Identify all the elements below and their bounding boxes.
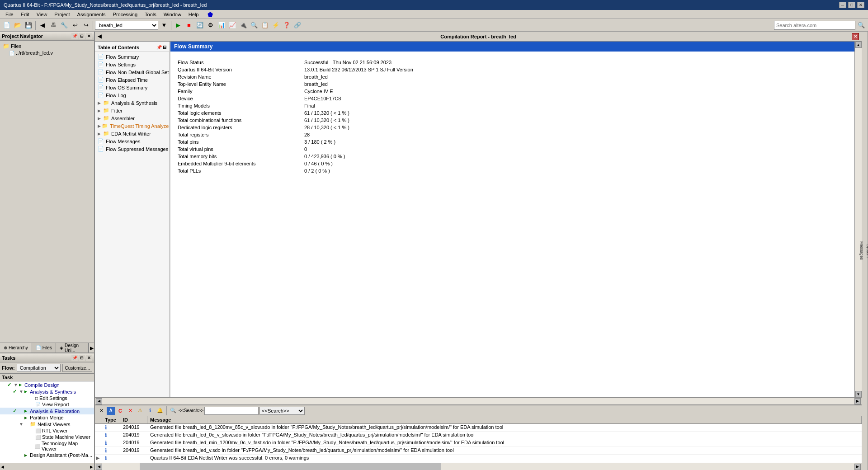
- msg-all-btn[interactable]: A: [107, 407, 115, 415]
- msg-info-btn[interactable]: ℹ: [146, 407, 155, 415]
- task-rtl-viewer[interactable]: ⬜ RTL Viewer: [0, 428, 94, 434]
- print-button[interactable]: 🖶: [48, 20, 58, 30]
- undo-button[interactable]: ↩: [70, 20, 80, 30]
- scroll-up-btn[interactable]: ▲: [855, 42, 862, 48]
- toc-analysis-synthesis[interactable]: ▶ 📁 Analysis & Synthesis: [95, 99, 169, 107]
- arrow-analysis[interactable]: ▶: [24, 390, 30, 394]
- message-row[interactable]: ℹ 204019 Generated file breath_led_8_120…: [95, 424, 862, 432]
- tasks-restore-icon[interactable]: ⊟: [79, 355, 85, 361]
- close-button[interactable]: ✕: [857, 2, 864, 8]
- toc-eda-netlist[interactable]: ▶ 📁 EDA Netlist Writer: [95, 130, 169, 137]
- maximize-button[interactable]: □: [848, 2, 855, 8]
- expand-analysis[interactable]: ▼: [19, 389, 24, 394]
- tab-hierarchy[interactable]: ⊕ Hierarchy: [0, 343, 32, 352]
- tab-design-units[interactable]: ◈ Design Uni...: [56, 343, 89, 352]
- customize-button[interactable]: Customize...: [62, 364, 92, 372]
- task-compile-design[interactable]: ✓ ▼ ▶ Compile Design: [0, 381, 94, 388]
- toc-flow-suppressed[interactable]: 📄 Flow Suppressed Messages: [95, 145, 169, 153]
- flow-select[interactable]: Compilation: [17, 364, 61, 372]
- toc-flow-summary[interactable]: 📄 Flow Summary: [95, 53, 169, 61]
- open-button[interactable]: 📂: [13, 20, 23, 30]
- tool1-btn[interactable]: 📊: [217, 20, 226, 30]
- arrow-design-assist[interactable]: ▶: [24, 453, 30, 457]
- menu-help[interactable]: Help: [185, 11, 203, 18]
- task-view-report[interactable]: 📄 View Report: [0, 401, 94, 408]
- settings-btn[interactable]: ⚙: [206, 20, 216, 30]
- tool8-btn[interactable]: 🔗: [292, 20, 302, 30]
- task-tech-map-viewer[interactable]: ⬜ Technology Map Viewer: [0, 440, 94, 452]
- task-analysis-elaboration[interactable]: ✓ ▶ Analysis & Elaboration: [0, 408, 94, 414]
- toc-flow-messages[interactable]: 📄 Flow Messages: [95, 137, 169, 145]
- redo-button[interactable]: ↪: [81, 20, 91, 30]
- message-row[interactable]: ℹ 204019 Generated file breath_led_0c_v_…: [95, 432, 862, 439]
- message-search-select[interactable]: <<Search>>: [259, 407, 305, 415]
- task-edit-settings[interactable]: □ Edit Settings: [0, 395, 94, 401]
- close-nav-icon[interactable]: ✕: [86, 33, 92, 39]
- report-close-button[interactable]: ✕: [852, 33, 859, 40]
- tasks-close-icon[interactable]: ✕: [86, 355, 92, 361]
- project-select[interactable]: breath_led: [95, 21, 158, 30]
- toc-expand-11[interactable]: ▶: [98, 132, 102, 136]
- msg-critical-btn[interactable]: C: [116, 407, 125, 415]
- search-input[interactable]: [774, 21, 855, 30]
- task-state-machine-viewer[interactable]: ⬜ State Machine Viewer: [0, 434, 94, 440]
- tool5-btn[interactable]: 📋: [260, 20, 270, 30]
- back-button[interactable]: ◀: [38, 20, 47, 30]
- navigation-back-icon[interactable]: ◀: [98, 33, 101, 39]
- start-compile-btn[interactable]: ▶: [173, 20, 183, 30]
- toc-assembler[interactable]: ▶ 📁 Assembler: [95, 114, 169, 122]
- msg-error-btn[interactable]: ✕: [126, 407, 135, 415]
- arrow-compile[interactable]: ▶: [19, 383, 24, 387]
- task-netlist-viewers[interactable]: ▼ 📁 Netlist Viewers: [0, 421, 94, 428]
- tool3-btn[interactable]: 🔌: [238, 20, 248, 30]
- hscroll-right-btn[interactable]: ▶: [854, 398, 861, 404]
- hscroll-left-btn[interactable]: ◀: [96, 398, 102, 404]
- dropdown-btn[interactable]: ▼: [159, 20, 169, 30]
- toc-fitter[interactable]: ▶ 📁 Fitter: [95, 107, 169, 114]
- toc-flow-elapsed[interactable]: 📄 Flow Elapsed Time: [95, 76, 169, 84]
- menu-assignments[interactable]: Assignments: [74, 11, 109, 18]
- msg-extra-btn[interactable]: 🔔: [156, 407, 165, 415]
- tree-file-breath-led[interactable]: 📄 ../rtl/breath_led.v: [2, 50, 92, 56]
- msg-search-btn[interactable]: 🔍: [169, 407, 178, 415]
- menu-edit[interactable]: Edit: [17, 11, 33, 18]
- tool2-btn[interactable]: 📈: [227, 20, 237, 30]
- message-row[interactable]: ℹ 204019 Generated file breath_led_min_1…: [95, 439, 862, 447]
- save-button[interactable]: 💾: [24, 20, 33, 30]
- message-row[interactable]: ▶ ℹ Quartus II 64-Bit EDA Netlist Writer…: [95, 455, 862, 462]
- recompile-btn[interactable]: 🔄: [195, 20, 205, 30]
- msg-close-btn[interactable]: ✕: [97, 407, 106, 415]
- restore-icon[interactable]: ⊟: [79, 33, 85, 39]
- stop-compile-btn[interactable]: ■: [184, 20, 194, 30]
- message-search-input[interactable]: [204, 407, 259, 415]
- expand-netlist[interactable]: ▼: [19, 422, 24, 427]
- msg-row-expand-4[interactable]: ▶: [95, 455, 102, 461]
- tab-files[interactable]: 📄 Files: [32, 343, 56, 352]
- menu-file[interactable]: File: [2, 11, 17, 18]
- menu-window[interactable]: Window: [160, 11, 185, 18]
- menu-view[interactable]: View: [33, 11, 51, 18]
- arrow-elaboration[interactable]: ▶: [24, 409, 30, 413]
- compile-button[interactable]: 🔧: [59, 20, 69, 30]
- arrow-partition[interactable]: ▶: [24, 416, 30, 420]
- task-analysis-synthesis[interactable]: ✓ ▼ ▶ Analysis & Synthesis: [0, 388, 94, 395]
- new-button[interactable]: 📄: [2, 20, 12, 30]
- menu-tools[interactable]: Tools: [141, 11, 160, 18]
- message-row[interactable]: ℹ 204019 Generated file breath_led_v.sdo…: [95, 447, 862, 455]
- toc-flow-settings[interactable]: 📄 Flow Settings: [95, 61, 169, 68]
- menu-project[interactable]: Project: [51, 11, 73, 18]
- toc-flow-os-summary[interactable]: 📄 Flow OS Summary: [95, 84, 169, 91]
- toc-expand-7[interactable]: ▶: [98, 101, 102, 105]
- toc-flow-log[interactable]: 📄 Flow Log: [95, 91, 169, 99]
- msg-hscroll-left[interactable]: ◀: [96, 464, 102, 470]
- minimize-button[interactable]: ─: [839, 2, 846, 8]
- expand-compile[interactable]: ▼: [14, 382, 19, 387]
- pin-icon[interactable]: 📌: [71, 33, 78, 39]
- nav-tab-arrow[interactable]: ▶: [89, 343, 94, 353]
- task-partition-merge[interactable]: ▶ Partition Merge: [0, 414, 94, 421]
- msg-warning-btn[interactable]: ⚠: [136, 407, 145, 415]
- tool7-btn[interactable]: ❓: [282, 20, 292, 30]
- scroll-down-btn[interactable]: ▼: [855, 391, 862, 397]
- scroll-left-icon[interactable]: ◀: [1, 465, 4, 469]
- tool4-btn[interactable]: 🔍: [249, 20, 259, 30]
